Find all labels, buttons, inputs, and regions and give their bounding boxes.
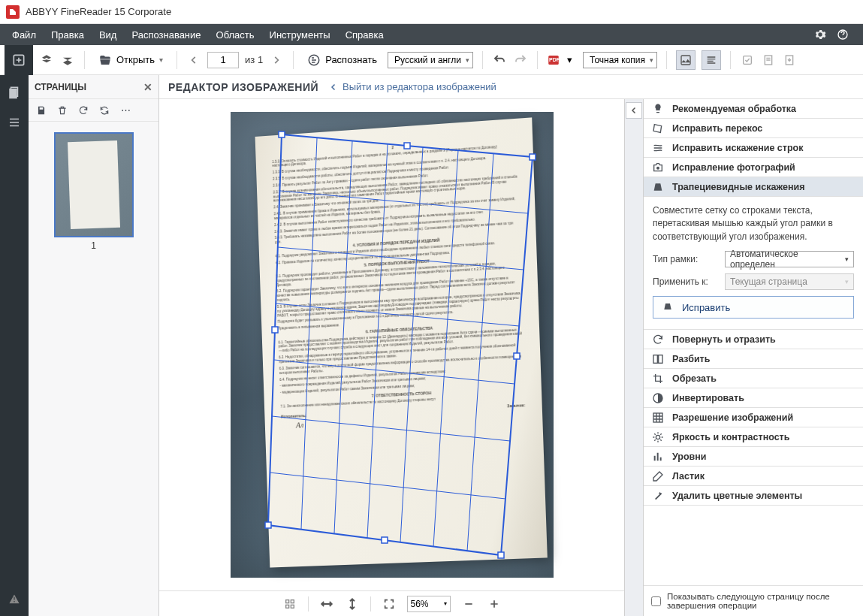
- svg-rect-5: [744, 56, 752, 64]
- tool-photo-correction[interactable]: Исправление фотографий: [644, 158, 863, 177]
- thumb-number: 1: [54, 240, 134, 251]
- menu-help[interactable]: Справка: [338, 26, 391, 44]
- crop-icon: [651, 372, 665, 385]
- tools-panel: Рекомендуемая обработка Исправить переко…: [644, 99, 863, 616]
- tool-resolution[interactable]: Разрешение изображений: [644, 408, 863, 427]
- redo-button[interactable]: [513, 53, 528, 68]
- pages-tab-icon[interactable]: [6, 84, 23, 101]
- trapezoid-icon: [662, 301, 674, 313]
- fix-button[interactable]: Исправить: [653, 296, 854, 319]
- open-button[interactable]: Открыть ▾: [94, 52, 167, 68]
- fullscreen-icon[interactable]: [382, 596, 397, 611]
- warning-icon[interactable]: [6, 590, 23, 607]
- menu-file[interactable]: Файл: [5, 26, 44, 44]
- tool-crop[interactable]: Обрезать: [644, 369, 863, 388]
- levels-icon: [651, 450, 665, 464]
- menu-edit[interactable]: Правка: [44, 26, 92, 44]
- image-canvas[interactable]: 2 1.3.2. Оплатить стоимость Изделий и вы…: [159, 99, 624, 590]
- tool-deskew[interactable]: Исправить перекос: [644, 119, 863, 138]
- tool-levels[interactable]: Уровни: [644, 447, 863, 467]
- layers-down-icon[interactable]: [60, 53, 75, 68]
- menubar: Файл Правка Вид Распознавание Область Ин…: [0, 24, 863, 45]
- open-label: Открыть: [116, 54, 155, 65]
- recognize-label: Распознать: [325, 54, 377, 65]
- zoom-out-icon[interactable]: [461, 596, 476, 611]
- mark-button[interactable]: [761, 53, 776, 68]
- export-mode-combo[interactable]: Точная копия ▾: [583, 52, 657, 68]
- zoom-combo[interactable]: 56%▾: [407, 596, 451, 612]
- frame-type-label: Тип рамки:: [653, 254, 720, 264]
- resolution-icon: [651, 411, 665, 424]
- tool-rotate[interactable]: Повернуть и отразить: [644, 330, 863, 349]
- split-icon: [651, 352, 665, 366]
- layers-up-icon[interactable]: [39, 53, 54, 68]
- trapezoid-content: Совместите сетку со строками текста, пер…: [644, 197, 863, 330]
- app-icon: [6, 5, 20, 19]
- trapezoid-hint: Совместите сетку со строками текста, пер…: [653, 204, 854, 243]
- eraser-icon: [651, 470, 665, 483]
- svg-rect-37: [659, 355, 662, 363]
- tool-invert[interactable]: Инвертировать: [644, 388, 863, 408]
- prev-page-button[interactable]: [186, 53, 201, 68]
- more-icon[interactable]: ⋯: [120, 105, 131, 116]
- fit-page-icon[interactable]: [282, 596, 297, 611]
- bulb-icon: [651, 102, 665, 116]
- tool-straighten-lines[interactable]: Исправить искажение строк: [644, 138, 863, 158]
- titlebar: ABBYY FineReader 15 Corporate: [0, 0, 863, 24]
- tools-rail-tab[interactable]: [626, 102, 642, 119]
- svg-rect-4: [681, 56, 690, 65]
- svg-rect-32: [291, 599, 294, 602]
- close-pages-button[interactable]: ✕: [143, 81, 152, 93]
- frame-type-combo[interactable]: Автоматическое определен▾: [725, 251, 854, 267]
- magic-icon: [651, 489, 665, 503]
- verify-button[interactable]: [740, 53, 755, 68]
- tool-split[interactable]: Разбить: [644, 349, 863, 369]
- svg-rect-33: [285, 605, 288, 608]
- apply-to-combo[interactable]: Текущая страница▾: [725, 273, 854, 290]
- brightness-icon: [651, 430, 665, 444]
- gear-icon[interactable]: [813, 28, 827, 41]
- tool-remove-color[interactable]: Удалить цветные элементы: [644, 486, 863, 506]
- tool-recommended[interactable]: Рекомендуемая обработка: [644, 99, 863, 119]
- next-page-button[interactable]: [269, 53, 284, 68]
- zoom-in-icon[interactable]: [487, 596, 502, 611]
- camera-icon: [651, 161, 665, 174]
- save-page-icon[interactable]: [36, 105, 47, 116]
- export-pdf-button[interactable]: PDF ▾: [547, 53, 572, 67]
- page-count: из 1: [245, 54, 263, 65]
- fit-height-icon[interactable]: [345, 596, 360, 611]
- canvas-footer: 56%▾: [159, 590, 624, 616]
- lines-icon: [651, 141, 665, 155]
- fit-width-icon[interactable]: [319, 596, 334, 611]
- undo-button[interactable]: [492, 53, 507, 68]
- svg-rect-9: [10, 89, 17, 98]
- view-image-button[interactable]: [676, 50, 696, 70]
- pages-panel: СТРАНИЦЫ ✕ ⋯ 1: [29, 75, 159, 616]
- tool-eraser[interactable]: Ластик: [644, 467, 863, 486]
- delete-page-icon[interactable]: [57, 105, 68, 116]
- chevron-down-icon: ▾: [159, 56, 163, 64]
- recognize-button[interactable]: Распознать: [303, 52, 382, 68]
- tool-brightness[interactable]: Яркость и контрастность: [644, 427, 863, 447]
- refresh-all-icon[interactable]: [99, 105, 110, 116]
- view-text-button[interactable]: [702, 50, 721, 70]
- menu-tools[interactable]: Инструменты: [262, 26, 338, 44]
- show-next-label: Показывать следующую страницу после заве…: [667, 592, 855, 610]
- menu-area[interactable]: Область: [209, 26, 262, 44]
- show-next-checkbox[interactable]: [651, 593, 661, 610]
- menu-view[interactable]: Вид: [92, 26, 125, 44]
- new-task-button[interactable]: [5, 45, 33, 75]
- refresh-page-icon[interactable]: [78, 105, 89, 116]
- svg-rect-39: [653, 413, 662, 422]
- help-icon[interactable]: [836, 28, 849, 41]
- menu-recognition[interactable]: Распознавание: [124, 26, 208, 44]
- tool-trapezoid[interactable]: Трапециевидные искажения: [644, 177, 863, 197]
- language-combo[interactable]: Русский и англи ▾: [388, 52, 473, 68]
- app-title: ABBYY FineReader 15 Corporate: [26, 6, 171, 17]
- exit-editor-button[interactable]: Выйти из редактора изображений: [329, 81, 496, 92]
- page-thumbnail[interactable]: 1: [54, 132, 134, 251]
- page-number-input[interactable]: [207, 52, 239, 68]
- rotate-icon: [651, 333, 665, 346]
- list-tab-icon[interactable]: [6, 114, 23, 131]
- export-button[interactable]: [782, 53, 797, 68]
